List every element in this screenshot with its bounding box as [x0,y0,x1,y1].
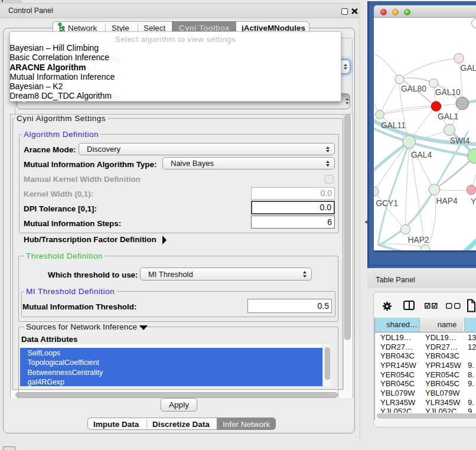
svg-text:GCY1: GCY1 [376,199,398,208]
svg-text:GAL1: GAL1 [438,112,458,121]
svg-text:GAL: GAL [461,64,476,73]
svg-text:HAP4: HAP4 [436,197,458,206]
svg-text:SWI4: SWI4 [450,136,470,145]
svg-text:GAL80: GAL80 [401,84,426,93]
svg-text:GAL10: GAL10 [435,88,461,97]
svg-text:HAP2: HAP2 [408,236,429,244]
svg-text:GAL4: GAL4 [411,151,432,159]
svg-text:Y: Y [471,197,476,206]
svg-text:GAL11: GAL11 [381,121,406,130]
